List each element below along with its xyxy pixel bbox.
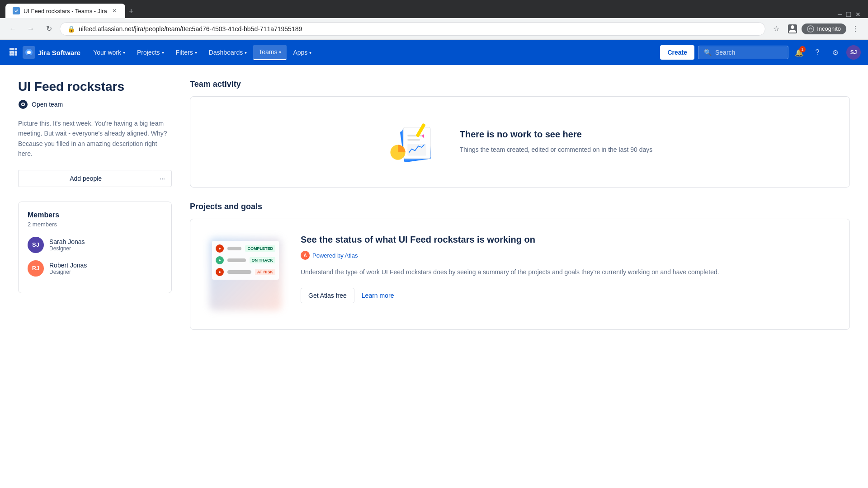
svg-point-2 xyxy=(807,26,814,32)
back-btn[interactable]: ← xyxy=(5,22,20,36)
projects-description: Understand the type of work UI Feed rock… xyxy=(301,267,835,277)
powered-by: A Powered by Atlas xyxy=(301,251,835,260)
close-window-btn[interactable]: ✕ xyxy=(855,11,861,18)
address-bar[interactable]: 🔒 uifeed.atlassian.net/jira/people/team/… xyxy=(60,22,765,36)
svg-rect-21 xyxy=(407,139,420,141)
completed-badge: COMPLETED xyxy=(245,245,275,252)
bookmark-btn[interactable]: ☆ xyxy=(769,22,783,36)
team-activity-title: Team activity xyxy=(190,80,850,89)
projects-chevron: ▾ xyxy=(162,50,164,55)
incognito-btn[interactable]: Incognito xyxy=(802,23,846,34)
your-work-chevron: ▾ xyxy=(123,50,125,55)
action-bar: Add people ··· xyxy=(18,170,172,187)
tab-favicon xyxy=(13,7,20,14)
incognito-label: Incognito xyxy=(817,25,841,32)
nav-filters[interactable]: Filters ▾ xyxy=(170,45,203,60)
members-title: Members xyxy=(28,211,162,219)
activity-empty-title: There is no work to see here xyxy=(460,129,652,140)
teams-chevron: ▾ xyxy=(279,50,281,55)
projects-illustration: ● COMPLETED ● O xyxy=(205,234,286,315)
members-card: Members 2 members SJ Sarah Jonas Designe… xyxy=(18,202,172,293)
open-team-label: Open team xyxy=(32,101,63,108)
menu-btn[interactable]: ⋮ xyxy=(848,22,863,36)
gear-icon: ⚙ xyxy=(832,48,839,57)
projects-content: See the status of what UI Feed rockstars… xyxy=(301,234,835,303)
get-atlas-button[interactable]: Get Atlas free xyxy=(301,288,354,303)
help-icon: ? xyxy=(816,48,820,56)
add-people-button[interactable]: Add people xyxy=(18,170,153,187)
minimize-btn[interactable]: ─ xyxy=(838,11,842,18)
svg-rect-9 xyxy=(15,51,17,53)
more-options-button[interactable]: ··· xyxy=(153,170,172,187)
grid-icon[interactable] xyxy=(7,46,19,60)
forward-btn[interactable]: → xyxy=(24,22,38,36)
member-item[interactable]: RJ Robert Jonas Designer xyxy=(28,260,162,277)
svg-rect-4 xyxy=(9,48,12,50)
svg-point-16 xyxy=(22,103,24,105)
projects-actions: Get Atlas free Learn more xyxy=(301,288,835,303)
projects-goals-card: ● COMPLETED ● O xyxy=(190,219,850,330)
team-title: UI Feed rockstars xyxy=(18,80,172,94)
sarah-role: Designer xyxy=(49,245,85,252)
member-item[interactable]: SJ Sarah Jonas Designer xyxy=(28,237,162,253)
create-button[interactable]: Create xyxy=(660,45,694,60)
lock-icon: 🔒 xyxy=(67,25,75,33)
svg-rect-20 xyxy=(407,135,424,136)
sarah-name: Sarah Jonas xyxy=(49,238,85,245)
right-panel: Team activity xyxy=(190,80,850,474)
nav-projects[interactable]: Projects ▾ xyxy=(132,45,170,60)
learn-more-button[interactable]: Learn more xyxy=(360,288,396,303)
status-list: ● COMPLETED ● O xyxy=(212,241,279,280)
on-track-badge: ON TRACK xyxy=(250,257,276,263)
nav-apps[interactable]: Apps ▾ xyxy=(288,45,317,60)
robert-avatar: RJ xyxy=(28,260,44,277)
activity-illustration xyxy=(387,115,442,169)
tab-title: UI Feed rockstars - Teams - Jira xyxy=(24,8,107,14)
at-risk-badge: AT RISK xyxy=(255,269,275,275)
projects-goals-title: Projects and goals xyxy=(190,202,850,211)
search-bar[interactable]: 🔍 Search xyxy=(698,46,788,59)
sarah-avatar: SJ xyxy=(28,237,44,253)
settings-btn[interactable]: ⚙ xyxy=(828,45,843,60)
activity-empty-state: There is no work to see here Things the … xyxy=(387,115,652,169)
open-team-icon xyxy=(18,99,28,109)
notifications-btn[interactable]: 🔔 1 xyxy=(792,45,807,60)
apps-chevron: ▾ xyxy=(309,50,311,55)
logo-area: Jira Software xyxy=(7,46,80,60)
help-btn[interactable]: ? xyxy=(810,45,825,60)
jira-logo-text: Jira Software xyxy=(38,49,80,56)
robert-name: Robert Jonas xyxy=(49,262,87,269)
projects-card-title: See the status of what UI Feed rockstars… xyxy=(301,234,835,245)
svg-rect-11 xyxy=(12,53,14,56)
team-description: Picture this. It's next week. You're hav… xyxy=(18,118,172,159)
active-tab[interactable]: UI Feed rockstars - Teams - Jira ✕ xyxy=(5,4,125,18)
user-avatar[interactable]: SJ xyxy=(846,45,861,60)
nav-your-work[interactable]: Your work ▾ xyxy=(88,45,131,60)
maximize-btn[interactable]: ❐ xyxy=(846,11,852,18)
nav-items: Your work ▾ Projects ▾ Filters ▾ Dashboa… xyxy=(88,45,317,60)
url-text: uifeed.atlassian.net/jira/people/team/0e… xyxy=(79,25,758,33)
new-tab-btn[interactable]: + xyxy=(125,5,137,18)
svg-rect-6 xyxy=(15,48,17,50)
svg-rect-8 xyxy=(12,51,14,53)
refresh-btn[interactable]: ↻ xyxy=(42,22,56,36)
notification-badge: 1 xyxy=(799,46,806,52)
status-item-at-risk: ● AT RISK xyxy=(216,268,275,276)
svg-rect-5 xyxy=(12,48,14,50)
dashboards-chevron: ▾ xyxy=(245,50,247,55)
nav-dashboards[interactable]: Dashboards ▾ xyxy=(203,45,253,60)
profile-mgr-btn[interactable] xyxy=(785,22,800,36)
page-content: UI Feed rockstars Open team Picture this… xyxy=(0,65,868,488)
left-panel: UI Feed rockstars Open team Picture this… xyxy=(18,80,172,474)
tab-close-btn[interactable]: ✕ xyxy=(111,7,118,14)
svg-rect-12 xyxy=(15,53,17,56)
filters-chevron: ▾ xyxy=(195,50,197,55)
status-item-completed: ● COMPLETED xyxy=(216,244,275,253)
nav-teams[interactable]: Teams ▾ xyxy=(253,45,287,60)
team-activity-card: There is no work to see here Things the … xyxy=(190,96,850,188)
svg-point-3 xyxy=(810,28,811,28)
search-icon: 🔍 xyxy=(704,49,712,56)
atlas-icon: A xyxy=(301,251,310,260)
robert-role: Designer xyxy=(49,269,87,275)
open-team-badge: Open team xyxy=(18,99,172,109)
